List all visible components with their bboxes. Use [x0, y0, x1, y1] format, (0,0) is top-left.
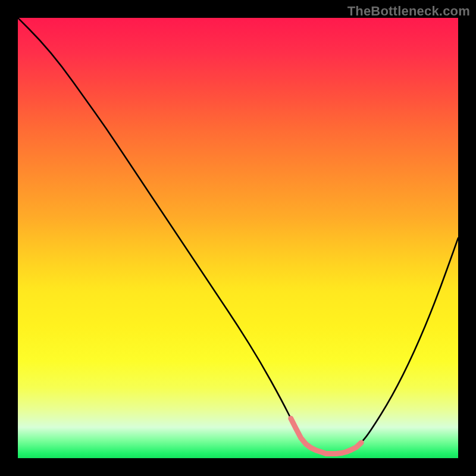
minimum-marker-band: [291, 418, 361, 453]
bottleneck-curve: [18, 18, 458, 454]
curve-layer: [18, 18, 458, 458]
chart-frame: TheBottleneck.com: [0, 0, 476, 476]
watermark-label: TheBottleneck.com: [347, 4, 470, 19]
plot-area: [18, 18, 458, 458]
